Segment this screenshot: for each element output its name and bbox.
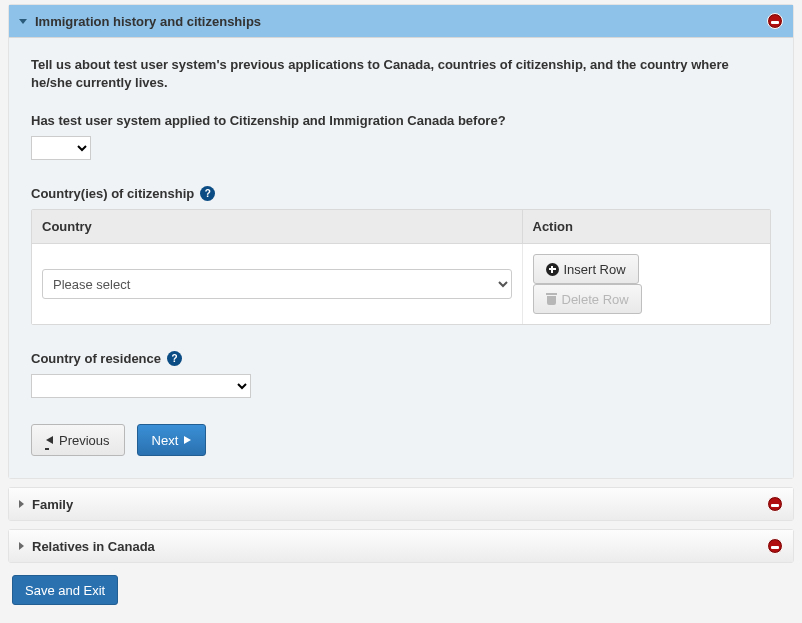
residence-select[interactable]: [31, 374, 251, 398]
caret-right-icon: [19, 500, 24, 508]
previous-button[interactable]: Previous: [31, 424, 125, 456]
applied-before-field: Has test user system applied to Citizens…: [31, 113, 771, 160]
citizenship-label: Country(ies) of citizenship ?: [31, 186, 771, 201]
caret-right-icon: [19, 542, 24, 550]
nav-row: Previous Next: [31, 424, 771, 456]
col-country: Country: [32, 210, 522, 244]
residence-label: Country of residence ?: [31, 351, 771, 366]
next-button[interactable]: Next: [137, 424, 207, 456]
section-relatives-header[interactable]: Relatives in Canada: [9, 530, 793, 562]
applied-before-select[interactable]: [31, 136, 91, 160]
section-relatives-title: Relatives in Canada: [32, 539, 767, 554]
help-icon[interactable]: ?: [200, 186, 215, 201]
citizenship-table: Country Action Please select: [31, 209, 771, 325]
trash-icon: [546, 293, 557, 305]
section-immigration: Immigration history and citizenships Tel…: [8, 4, 794, 479]
save-and-exit-button[interactable]: Save and Exit: [12, 575, 118, 605]
residence-block: Country of residence ?: [31, 351, 771, 398]
section-relatives: Relatives in Canada: [8, 529, 794, 563]
section-immigration-header[interactable]: Immigration history and citizenships: [9, 5, 793, 38]
help-icon[interactable]: ?: [167, 351, 182, 366]
caret-down-icon: [19, 19, 27, 24]
plus-circle-icon: [546, 263, 559, 276]
intro-text: Tell us about test user system's previou…: [31, 56, 771, 91]
status-incomplete-icon: [767, 538, 783, 554]
arrow-left-icon: [46, 436, 53, 444]
section-immigration-body: Tell us about test user system's previou…: [9, 38, 793, 478]
country-select[interactable]: Please select: [42, 269, 512, 299]
section-family-title: Family: [32, 497, 767, 512]
col-action: Action: [522, 210, 770, 244]
delete-row-button: Delete Row: [533, 284, 642, 314]
arrow-right-icon: [184, 436, 191, 444]
section-immigration-title: Immigration history and citizenships: [35, 14, 767, 29]
applied-before-label: Has test user system applied to Citizens…: [31, 113, 771, 128]
section-family-header[interactable]: Family: [9, 488, 793, 520]
status-incomplete-icon: [767, 13, 783, 29]
insert-row-button[interactable]: Insert Row: [533, 254, 639, 284]
table-row: Please select Insert Row: [32, 244, 770, 325]
section-family: Family: [8, 487, 794, 521]
status-incomplete-icon: [767, 496, 783, 512]
citizenship-block: Country(ies) of citizenship ? Country Ac…: [31, 186, 771, 325]
